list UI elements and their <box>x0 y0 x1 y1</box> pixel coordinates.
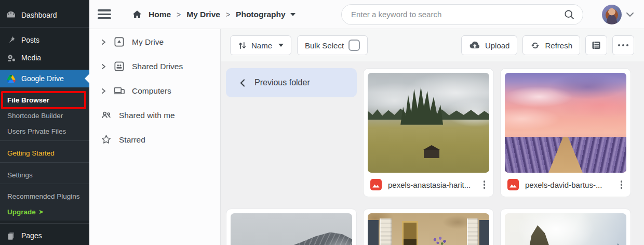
file-grid: Previous folder pexels-anastasia-harit..… <box>226 68 634 245</box>
upgrade-arrow-icon: ➤ <box>39 209 44 215</box>
file-thumbnail-lavender-field[interactable] <box>505 73 626 173</box>
pages-icon <box>6 230 16 241</box>
file-card[interactable] <box>363 209 494 245</box>
file-toolbar: Name Bulk Select Upload Refresh <box>221 29 644 61</box>
current-menu-notch <box>85 74 89 83</box>
chevron-right-icon[interactable] <box>100 63 106 70</box>
sort-arrows-icon <box>238 41 247 50</box>
top-header: Home > My Drive > Photography <box>89 0 644 29</box>
tree-item-label: Computers <box>132 86 171 96</box>
submenu-item-users-private-files[interactable]: Users Private Files <box>0 123 89 139</box>
file-card[interactable]: pexels-david-bartus-... <box>500 68 631 197</box>
shared-drives-icon <box>113 60 125 72</box>
chevron-right-icon[interactable] <box>100 87 106 95</box>
file-caption: pexels-david-bartus-... <box>505 173 626 197</box>
submenu-item-file-browser[interactable]: File Browser <box>0 87 89 108</box>
search-input[interactable] <box>351 10 563 19</box>
home-icon[interactable] <box>132 9 142 20</box>
bulk-select-button[interactable]: Bulk Select <box>297 35 368 55</box>
cloud-upload-icon <box>469 41 480 49</box>
submenu-item-shortcode-builder[interactable]: Shortcode Builder <box>0 108 89 123</box>
submenu-item-getting-started[interactable]: Getting Started <box>0 145 89 161</box>
chevron-down-icon[interactable] <box>626 11 634 18</box>
breadcrumb-item-my-drive[interactable]: My Drive <box>186 10 220 19</box>
file-caption: pexels-anastasia-harit... <box>368 173 489 197</box>
ellipsis-icon <box>618 44 629 47</box>
bulk-select-checkbox[interactable] <box>348 40 360 51</box>
upload-button[interactable]: Upload <box>461 35 518 55</box>
chevron-right-icon[interactable] <box>100 38 106 46</box>
tree-item-computers[interactable]: Computers <box>89 79 220 103</box>
bulk-select-label: Bulk Select <box>305 41 344 50</box>
hamburger-menu-icon[interactable] <box>98 9 111 19</box>
tree-item-shared-with-me[interactable]: Shared with me <box>89 103 220 127</box>
image-file-icon <box>507 178 519 191</box>
google-drive-icon <box>6 73 16 84</box>
file-card[interactable]: pexels-anastasia-harit... <box>363 68 494 197</box>
file-thumbnail-foggy-meadow[interactable] <box>368 73 489 173</box>
sidebar-item-media[interactable]: Media <box>0 49 89 67</box>
chevron-left-icon <box>239 79 246 87</box>
breadcrumb-item-photography[interactable]: Photography <box>236 10 286 19</box>
file-browser-main: Name Bulk Select Upload Refresh <box>221 29 644 245</box>
refresh-button-label: Refresh <box>545 41 572 50</box>
folder-tree-panel: My Drive Shared Drives Computers Shared … <box>89 29 221 245</box>
user-avatar[interactable] <box>602 5 622 24</box>
sidebar-item-label: Media <box>21 54 41 62</box>
breadcrumb-separator: > <box>177 10 181 19</box>
sidebar-item-pages[interactable]: Pages <box>0 226 89 245</box>
sidebar-item-dashboard[interactable]: Dashboard <box>0 6 89 24</box>
search-icon[interactable] <box>563 8 575 21</box>
search-bar <box>341 4 583 25</box>
submenu-item-settings[interactable]: Settings <box>0 167 89 183</box>
sidebar-item-label: Google Drive <box>21 74 64 83</box>
submenu-separator <box>0 162 89 163</box>
file-thumbnail-misty-ridge[interactable] <box>231 213 352 245</box>
dashboard-icon <box>6 10 16 20</box>
breadcrumb-separator: > <box>226 10 230 19</box>
shared-with-me-icon <box>100 109 112 121</box>
sort-button[interactable]: Name <box>230 35 291 55</box>
file-name: pexels-anastasia-harit... <box>388 180 475 189</box>
tree-item-label: Shared Drives <box>132 62 183 71</box>
submenu-separator <box>0 140 89 141</box>
my-drive-icon <box>113 36 125 48</box>
caret-down-icon[interactable] <box>290 13 296 16</box>
previous-folder-button[interactable]: Previous folder <box>226 68 357 97</box>
submenu-item-recommended-plugins[interactable]: Recommended Plugins <box>0 188 89 204</box>
refresh-button[interactable]: Refresh <box>522 35 580 55</box>
list-view-button[interactable] <box>585 35 607 55</box>
computers-icon <box>113 85 125 97</box>
refresh-icon <box>530 41 540 50</box>
sidebar-item-label: Dashboard <box>21 11 57 19</box>
file-card[interactable] <box>226 209 357 245</box>
wp-admin-sidebar: Dashboard Posts Media <box>0 0 89 245</box>
file-thumbnail-karst-peaks[interactable] <box>505 213 626 245</box>
more-options-button[interactable] <box>612 35 634 55</box>
tree-item-starred[interactable]: Starred <box>89 127 220 152</box>
tree-item-label: My Drive <box>132 37 164 47</box>
sidebar-separator <box>0 223 89 224</box>
media-icon <box>6 53 16 63</box>
app-window: Dashboard Posts Media <box>0 0 644 245</box>
submenu-item-upgrade[interactable]: Upgrade ➤ <box>0 204 89 220</box>
breadcrumb-item-home[interactable]: Home <box>149 10 171 19</box>
sidebar-item-google-drive[interactable]: Google Drive <box>0 70 89 87</box>
tree-item-shared-drives[interactable]: Shared Drives <box>89 54 220 79</box>
pin-icon <box>6 35 16 45</box>
tree-item-label: Shared with me <box>119 111 175 120</box>
sort-button-label: Name <box>251 41 272 50</box>
tree-item-my-drive[interactable]: My Drive <box>89 30 220 54</box>
list-view-icon <box>591 40 601 50</box>
file-name: pexels-david-bartus-... <box>525 180 612 189</box>
file-card[interactable] <box>500 209 631 245</box>
tree-item-label: Starred <box>119 135 145 145</box>
caret-down-icon <box>278 44 284 47</box>
sidebar-item-posts[interactable]: Posts <box>0 31 89 49</box>
file-thumbnail-stone-house[interactable] <box>368 213 489 245</box>
sidebar-item-label: Pages <box>21 231 42 240</box>
kebab-menu-icon[interactable] <box>618 178 626 191</box>
kebab-menu-icon[interactable] <box>480 178 489 191</box>
upload-button-label: Upload <box>485 41 510 50</box>
sidebar-item-label: Posts <box>21 36 39 44</box>
